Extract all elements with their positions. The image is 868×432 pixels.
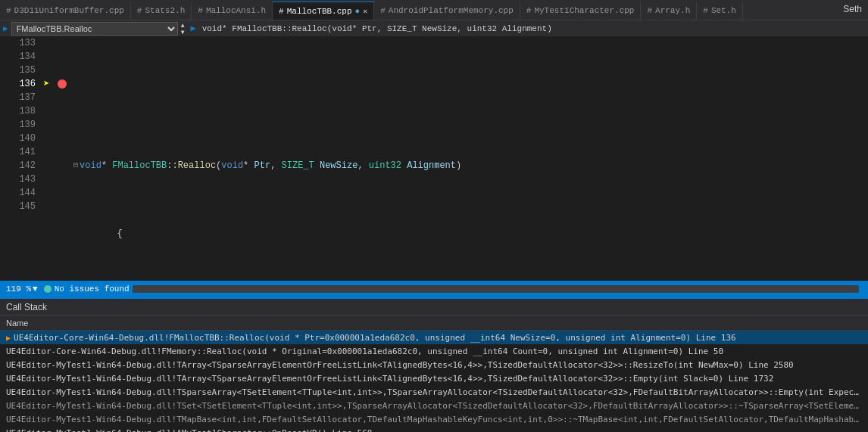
nav-signature: void* FMallocTBB::Realloc(void* Ptr, SIZ… <box>202 24 865 33</box>
tab-d3d11[interactable]: # D3D11UniformBuffer.cpp <box>0 2 131 20</box>
callstack-row-2[interactable]: UE4Editor-MyTest1-Win64-Debug.dll!TArray… <box>0 358 868 371</box>
callstack-columns: Name <box>0 315 868 331</box>
nav-updown-arrows[interactable]: ▲ ▼ <box>181 22 185 36</box>
issues-dot-icon <box>44 285 52 293</box>
callstack-row-text-7: UE4Editor-MyTest1-Win64-Debug.dll!AMyTes… <box>6 428 372 433</box>
callstack-col-name: Name <box>6 319 28 328</box>
tab-bar: # D3D11UniformBuffer.cpp # Stats2.h # Ma… <box>0 0 868 20</box>
tab-stats2[interactable]: # Stats2.h <box>131 2 192 20</box>
tab-icon: # <box>703 6 708 15</box>
callstack-row-0[interactable]: ▶ UE4Editor-Core-Win64-Debug.dll!FMalloc… <box>0 331 868 344</box>
line-num-136: 136 <box>0 77 36 91</box>
line-num-145: 145 <box>0 200 36 213</box>
tab-close-icon[interactable]: ✕ <box>363 7 367 16</box>
line-num-133: 133 <box>0 36 36 50</box>
line-num-142: 142 <box>0 159 36 172</box>
nav-up-arrow-icon[interactable]: ▲ <box>181 22 185 29</box>
tab-icon: # <box>137 6 142 15</box>
callstack-row-3[interactable]: UE4Editor-MyTest1-Win64-Debug.dll!TArray… <box>0 371 868 385</box>
line-num-134: 134 <box>0 50 36 64</box>
zoom-dropdown-icon[interactable]: ▼ <box>33 284 38 294</box>
gutter: ➤ <box>42 36 57 281</box>
line-num-144: 144 <box>0 186 36 200</box>
tab-android[interactable]: # AndroidPlatformMemory.cpp <box>374 2 520 20</box>
line-num-137: 137 <box>0 91 36 104</box>
tab-icon: # <box>647 6 652 15</box>
nav-breadcrumb-dropdown[interactable]: FMallocTBB.Realloc <box>11 22 178 36</box>
line-num-138: 138 <box>0 104 36 118</box>
tab-label: Set.h <box>711 6 736 15</box>
user-badge: Seth <box>837 4 868 14</box>
tab-icon: # <box>279 7 284 16</box>
code-content[interactable]: ⊟ void* FMallocTBB::Realloc(void* Ptr, S… <box>67 36 868 281</box>
line-136-indicators: ➤ <box>43 77 49 90</box>
code-line-134: ⊟ void* FMallocTBB::Realloc(void* Ptr, S… <box>73 159 868 172</box>
nav-down-arrow-icon[interactable]: ▼ <box>181 29 185 36</box>
tab-set[interactable]: # Set.h <box>697 2 743 20</box>
line-num-139: 139 <box>0 118 36 132</box>
status-zoom[interactable]: 119 % ▼ <box>6 284 38 294</box>
nav-forward-icon[interactable]: ▶ <box>3 23 8 33</box>
callstack-row-7[interactable]: UE4Editor-MyTest1-Win64-Debug.dll!AMyTes… <box>0 426 868 432</box>
callstack-row-4[interactable]: UE4Editor-MyTest1-Win64-Debug.dll!TSpars… <box>0 385 868 399</box>
callstack-title: Call Stack <box>6 302 47 312</box>
callstack-row-text-1: UE4Editor-Core-Win64-Debug.dll!FMemory::… <box>6 347 723 356</box>
tab-mytest1[interactable]: # MyTest1Character.cpp <box>520 2 642 20</box>
callstack-row-6[interactable]: UE4Editor-MyTest1-Win64-Debug.dll!TMapBa… <box>0 412 868 426</box>
tab-icon: # <box>380 6 386 15</box>
tab-label: Stats2.h <box>145 6 185 15</box>
callstack-panel: Call Stack Name ▶ UE4Editor-Core-Win64-D… <box>0 297 868 432</box>
callstack-row-text-0: UE4Editor-Core-Win64-Debug.dll!FMallocTB… <box>14 333 736 343</box>
tab-label: MallocAnsi.h <box>206 6 266 15</box>
status-bar: 119 % ▼ No issues found <box>0 281 868 297</box>
collapse-134-icon[interactable]: ⊟ <box>73 159 78 172</box>
tab-label: D3D11UniformBuffer.cpp <box>14 6 124 15</box>
callstack-header: Call Stack <box>0 299 868 315</box>
current-line-arrow-icon: ➤ <box>43 77 49 90</box>
breakpoint-column <box>57 36 67 281</box>
issues-label: No issues found <box>55 284 130 294</box>
tab-label: AndroidPlatformMemory.cpp <box>389 6 514 15</box>
nav-separator-icon: ▶ <box>190 23 195 34</box>
status-issues: No issues found <box>44 284 130 294</box>
zoom-label: 119 % <box>6 284 31 294</box>
line-num-135: 135 <box>0 64 36 77</box>
line-num-141: 141 <box>0 145 36 159</box>
horizontal-scrollbar[interactable] <box>133 285 859 293</box>
callstack-row-5[interactable]: UE4Editor-MyTest1-Win64-Debug.dll!TSet<T… <box>0 399 868 412</box>
tab-icon: # <box>198 6 203 15</box>
callstack-row-text-5: UE4Editor-MyTest1-Win64-Debug.dll!TSet<T… <box>6 401 862 411</box>
tab-label: MyTest1Character.cpp <box>534 6 634 15</box>
code-line-135: { <box>73 227 868 241</box>
callstack-row-text-4: UE4Editor-MyTest1-Win64-Debug.dll!TSpars… <box>6 387 862 397</box>
code-line-133 <box>73 91 868 104</box>
line-num-140: 140 <box>0 132 36 145</box>
tab-mallocansi[interactable]: # MallocAnsi.h <box>192 2 273 20</box>
tab-label: Array.h <box>655 6 690 15</box>
line-num-143: 143 <box>0 172 36 186</box>
breakpoint-icon <box>58 79 67 89</box>
callstack-row-text-2: UE4Editor-MyTest1-Win64-Debug.dll!TArray… <box>6 360 794 370</box>
callstack-row-1[interactable]: UE4Editor-Core-Win64-Debug.dll!FMemory::… <box>0 344 868 358</box>
callstack-body[interactable]: ▶ UE4Editor-Core-Win64-Debug.dll!FMalloc… <box>0 331 868 432</box>
tab-array[interactable]: # Array.h <box>641 2 697 20</box>
tab-label: MallocTBB.cpp <box>287 7 352 16</box>
tab-malloctbb[interactable]: # MallocTBB.cpp ● ✕ <box>273 2 374 20</box>
line-numbers: 133 134 135 136 137 138 139 140 141 142 … <box>0 36 42 281</box>
tab-icon: # <box>6 6 11 15</box>
code-lines: ⊟ void* FMallocTBB::Realloc(void* Ptr, S… <box>67 36 868 281</box>
callstack-row-text-3: UE4Editor-MyTest1-Win64-Debug.dll!TArray… <box>6 374 773 384</box>
code-editor: 133 134 135 136 137 138 139 140 141 142 … <box>0 36 868 281</box>
active-row-arrow-icon: ▶ <box>6 334 11 342</box>
tab-icon: # <box>526 6 532 15</box>
nav-bar: ▶ FMallocTBB.Realloc ▲ ▼ ▶ void* FMalloc… <box>0 20 868 36</box>
callstack-row-text-6: UE4Editor-MyTest1-Win64-Debug.dll!TMapBa… <box>6 415 862 424</box>
